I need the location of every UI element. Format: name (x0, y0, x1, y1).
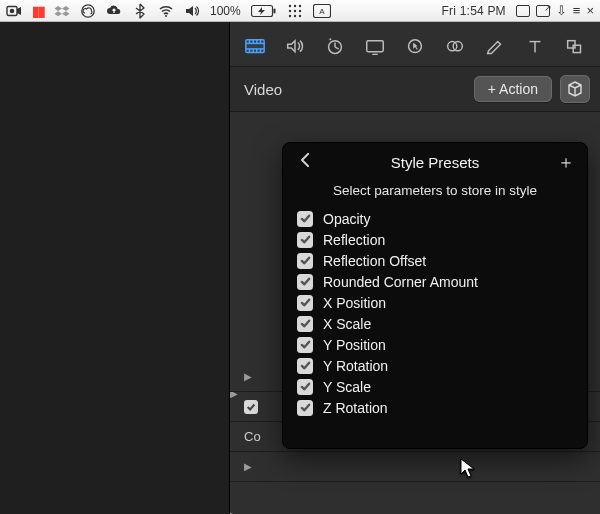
param-label: X Scale (323, 316, 371, 332)
svg-point-7 (294, 4, 296, 6)
inspector-tab-row (230, 30, 600, 66)
param-label: Reflection Offset (323, 253, 426, 269)
window-control-a[interactable] (516, 5, 530, 17)
inspector-section-header: Video + Action (230, 66, 600, 112)
window-close-x[interactable]: × (586, 3, 594, 18)
spotlight-icon[interactable] (287, 3, 303, 19)
svg-point-14 (299, 14, 301, 16)
tab-link-icon[interactable] (444, 36, 466, 56)
row-disclosure-3[interactable]: ▶ (230, 510, 238, 514)
param-row[interactable]: Y Position (295, 334, 575, 355)
param-label: Z Rotation (323, 400, 388, 416)
svg-point-9 (289, 9, 291, 11)
param-label: Y Rotation (323, 358, 388, 374)
pause-icon[interactable]: ▮▮ (32, 3, 44, 19)
volume-icon[interactable] (184, 3, 200, 19)
window-control-b[interactable]: ↗ (536, 5, 550, 17)
chevron-right-icon: ▶ (244, 371, 252, 382)
param-row[interactable]: Reflection (295, 229, 575, 250)
popover-title: Style Presets (323, 154, 547, 171)
svg-point-13 (294, 14, 296, 16)
canvas-area: ▶ ▶ (0, 22, 229, 514)
param-label: Reflection (323, 232, 385, 248)
parameter-list: OpacityReflectionReflection OffsetRounde… (283, 208, 587, 418)
tab-video-icon[interactable] (244, 36, 266, 56)
svg-point-1 (10, 8, 15, 13)
checkbox-icon[interactable] (297, 232, 313, 248)
checkbox-icon[interactable] (297, 211, 313, 227)
svg-rect-5 (273, 8, 275, 13)
svg-rect-17 (246, 40, 264, 53)
tab-cursor-icon[interactable] (404, 36, 426, 56)
dropbox-icon[interactable] (54, 3, 70, 19)
param-label: Rounded Corner Amount (323, 274, 478, 290)
add-action-button[interactable]: + Action (474, 76, 552, 102)
checkbox-icon[interactable] (297, 337, 313, 353)
param-row[interactable]: X Position (295, 292, 575, 313)
record-icon[interactable] (6, 3, 22, 19)
system-menubar: ▮▮ 100% A Fri 1:54 PM ↗ (0, 0, 600, 22)
checkbox-icon[interactable] (297, 358, 313, 374)
window-control-d[interactable]: ≡ (573, 3, 581, 18)
svg-point-3 (165, 15, 167, 17)
param-label: Y Position (323, 337, 386, 353)
param-row[interactable]: Z Rotation (295, 397, 575, 418)
creative-cloud-icon[interactable] (80, 3, 96, 19)
svg-rect-29 (367, 40, 383, 51)
tab-timing-icon[interactable] (324, 36, 346, 56)
param-label: X Position (323, 295, 386, 311)
window-control-c[interactable]: ⇩ (556, 3, 567, 18)
param-label: Opacity (323, 211, 370, 227)
param-row[interactable]: Y Rotation (295, 355, 575, 376)
param-row[interactable]: Opacity (295, 208, 575, 229)
checkbox-icon[interactable] (244, 400, 258, 414)
param-row[interactable]: Y Scale (295, 376, 575, 397)
menubar-clock[interactable]: Fri 1:54 PM (442, 4, 506, 18)
section-title: Video (244, 81, 466, 98)
svg-rect-36 (568, 40, 575, 47)
checkbox-icon[interactable] (297, 316, 313, 332)
tab-audio-icon[interactable] (284, 36, 306, 56)
tab-display-icon[interactable] (364, 36, 386, 56)
svg-point-2 (82, 4, 94, 16)
3d-cube-button[interactable] (560, 75, 590, 103)
tab-draw-icon[interactable] (484, 36, 506, 56)
param-row[interactable]: Rounded Corner Amount (295, 271, 575, 292)
input-source-icon[interactable]: A (313, 4, 331, 18)
cloud-upload-icon[interactable] (106, 3, 122, 19)
svg-point-6 (289, 4, 291, 6)
svg-point-8 (299, 4, 301, 6)
style-presets-popover: Style Presets ＋ Select parameters to sto… (282, 142, 588, 449)
add-preset-button[interactable]: ＋ (557, 155, 573, 169)
popover-subtitle: Select parameters to store in style (283, 175, 587, 208)
tab-layout-icon[interactable] (564, 36, 586, 56)
wifi-icon[interactable] (158, 3, 174, 19)
tab-text-icon[interactable] (524, 36, 546, 56)
back-button[interactable] (297, 153, 313, 171)
checkbox-icon[interactable] (297, 400, 313, 416)
param-row[interactable]: X Scale (295, 313, 575, 334)
svg-point-33 (453, 41, 462, 50)
bluetooth-icon[interactable] (132, 3, 148, 19)
param-label: Y Scale (323, 379, 371, 395)
battery-icon[interactable] (251, 4, 277, 18)
checkbox-icon[interactable] (297, 295, 313, 311)
bg-row-4[interactable]: ▶ (230, 452, 600, 482)
checkbox-icon[interactable] (297, 379, 313, 395)
bg-row-3-label: Co (244, 429, 261, 444)
param-row[interactable]: Reflection Offset (295, 250, 575, 271)
svg-rect-37 (573, 45, 580, 52)
svg-point-11 (299, 9, 301, 11)
svg-point-12 (289, 14, 291, 16)
checkbox-icon[interactable] (297, 253, 313, 269)
battery-percent: 100% (210, 4, 241, 18)
svg-text:A: A (319, 7, 325, 16)
chevron-right-icon: ▶ (244, 461, 252, 472)
checkbox-icon[interactable] (297, 274, 313, 290)
svg-point-10 (294, 9, 296, 11)
